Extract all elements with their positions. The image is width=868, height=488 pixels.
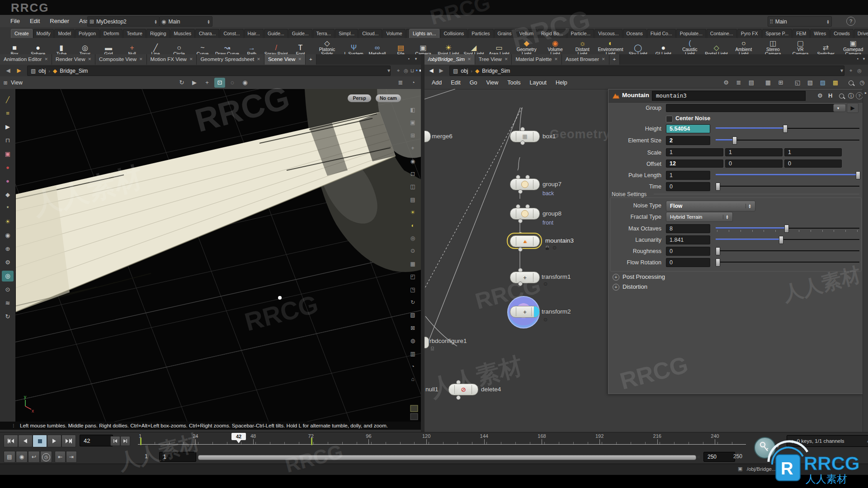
offset-x-field[interactable]: 12: [666, 160, 723, 168]
path-root[interactable]: obj: [38, 68, 46, 74]
tab-close-icon[interactable]: ✕: [602, 54, 605, 65]
element-size-slider[interactable]: [716, 136, 859, 144]
viewport-tool-icon[interactable]: ◎: [2, 271, 14, 282]
scale-x-field[interactable]: 1: [666, 148, 723, 156]
viewport-display-icon[interactable]: ◔: [408, 362, 418, 371]
offset-y-field[interactable]: 0: [725, 160, 783, 168]
lacunarity-field[interactable]: 1.841: [666, 235, 710, 244]
shelf-tab-fem[interactable]: FEM: [793, 29, 810, 38]
notes-icon[interactable]: ▧: [805, 78, 816, 88]
time-field[interactable]: 0: [666, 182, 710, 191]
lock-icon[interactable]: [430, 347, 434, 352]
viewport-display-icon[interactable]: ◐: [408, 221, 418, 230]
group-field[interactable]: [666, 104, 837, 112]
viewport-tool-icon[interactable]: ↻: [2, 311, 14, 322]
viewport-tool-icon[interactable]: ●: [2, 162, 14, 173]
scale-y-field[interactable]: 1: [725, 148, 783, 156]
viewport-tool-icon[interactable]: ▣: [2, 149, 14, 160]
shelf-tab-model[interactable]: Model: [54, 29, 75, 38]
pane-tab-material-palette[interactable]: Material Palette✕: [512, 54, 561, 65]
viewport-display-icon[interactable]: ⊞: [408, 131, 418, 140]
viewport-display-icon[interactable]: ▣: [408, 118, 418, 127]
color-palette-icon[interactable]: ▩: [830, 78, 841, 88]
viewport-tool-icon[interactable]: ≡: [2, 108, 14, 119]
path-node[interactable]: Bridge_Sim: [482, 68, 510, 74]
tab-close-icon[interactable]: ✕: [44, 54, 48, 65]
pane-menu-icon[interactable]: ▾: [860, 54, 868, 64]
param-scroll-strip[interactable]: ▸: [863, 89, 868, 432]
shelf-tab-modify[interactable]: Modify: [33, 29, 54, 38]
viewport-canvas[interactable]: y x Persp No cam ◧▣⊞+◉⊡◫▤☀◐◎⊙▦◰◳↻▧⊠◍▥◔⌂: [15, 89, 421, 422]
top-right-main-selector[interactable]: ⁞⁞ Main ▲▼: [768, 16, 832, 27]
shelf-tab-rigid-bo[interactable]: Rigid Bo...: [538, 29, 566, 38]
pane-grid-icon[interactable]: ⊞: [2, 78, 9, 88]
shelf-tab-vellum[interactable]: Vellum: [516, 29, 538, 38]
recent-clock-icon[interactable]: ◷: [857, 78, 868, 88]
shelf-tab-particle[interactable]: Particle...: [567, 29, 594, 38]
shelf-tab-drive-si[interactable]: Drive Si...: [854, 29, 868, 38]
menu-edit[interactable]: Edit: [25, 15, 45, 27]
range-start-button[interactable]: ⇤: [55, 451, 66, 463]
shelf-tab-collisions[interactable]: Collisions: [440, 29, 467, 38]
roughness-slider[interactable]: [716, 247, 859, 254]
pane-tab-render-view[interactable]: Render View✕: [52, 54, 95, 65]
noise-type-dropdown[interactable]: Flow ▲▼: [666, 201, 755, 211]
node-label[interactable]: transform2: [542, 308, 571, 315]
scene-path-field[interactable]: ▧ obj › ◆ Bridge_Sim: [27, 66, 391, 76]
element-size-field[interactable]: 2: [666, 136, 710, 145]
image-bg-icon[interactable]: ▨: [817, 78, 828, 88]
tab-close-icon[interactable]: ✕: [189, 54, 193, 65]
viewport-tool-icon[interactable]: ☀: [2, 216, 14, 227]
viewport-display-icon[interactable]: +: [408, 144, 418, 153]
viewport-display-icon[interactable]: ⊡: [408, 169, 418, 178]
list-icon[interactable]: ▤: [746, 78, 757, 88]
shelf-tab-wires[interactable]: Wires: [810, 29, 830, 38]
viewport-display-icon[interactable]: ▧: [408, 310, 418, 319]
shelf-tab-populate[interactable]: Populate...: [676, 29, 706, 38]
tab-close-icon[interactable]: ✕: [467, 54, 471, 65]
viewport-tool-icon[interactable]: ╱: [2, 94, 14, 105]
viewport-display-icon[interactable]: ☀: [408, 208, 418, 217]
persp-camera-pill[interactable]: Persp: [348, 94, 371, 102]
viewport-display-icon[interactable]: ◧: [408, 105, 418, 114]
help-icon[interactable]: ?: [856, 92, 863, 99]
range-end-field[interactable]: 250: [703, 452, 735, 462]
display-flag-icon[interactable]: ⊙: [543, 281, 547, 287]
tab-close-icon[interactable]: ✕: [139, 54, 143, 65]
node-label[interactable]: transform1: [542, 273, 571, 280]
shelf-tab-lights-an[interactable]: Lights an...: [409, 29, 439, 38]
no-cam-pill[interactable]: No cam: [376, 94, 401, 102]
network-menu-layout[interactable]: Layout: [525, 76, 552, 89]
tab-close-icon[interactable]: ✕: [298, 54, 302, 65]
spinner-icon[interactable]: ▲▼: [151, 19, 157, 24]
main-view-selector[interactable]: ◉ Main ▲▼: [159, 16, 212, 27]
center-noise-checkbox[interactable]: [666, 116, 673, 122]
expand-icon[interactable]: +: [613, 274, 619, 281]
time-slider[interactable]: [716, 183, 859, 190]
node-output-dot[interactable]: [518, 282, 523, 286]
viewport-tool-icon[interactable]: *: [2, 203, 14, 214]
shelf-tab-containe[interactable]: Containe...: [707, 29, 737, 38]
scale-z-field[interactable]: 1: [784, 148, 842, 156]
viewport-help-icon[interactable]: ◔: [408, 78, 419, 88]
viewport-tool-icon[interactable]: ●: [2, 176, 14, 187]
viewport-tool-icon[interactable]: ⊙: [2, 284, 14, 295]
shelf-tab-volume[interactable]: Volume: [382, 29, 406, 38]
brush-select-icon[interactable]: ◉: [240, 78, 250, 88]
node-label[interactable]: rbdconfigure1: [429, 338, 467, 344]
timeline-ruler[interactable]: 42 124487296120144168192216240: [0, 432, 750, 449]
menu-file[interactable]: File: [5, 15, 25, 27]
shelf-tab-hair[interactable]: Hair...: [244, 29, 264, 38]
lasso-select-icon[interactable]: ◌: [227, 78, 238, 88]
viewport-display-icon[interactable]: ◳: [408, 285, 418, 294]
group-dropdown-icon[interactable]: ▾: [833, 104, 846, 112]
viewport-tool-icon[interactable]: ⊓: [2, 135, 14, 146]
shelf-tab-oceans[interactable]: Oceans: [623, 29, 646, 38]
spinner-icon[interactable]: ▲▼: [824, 19, 830, 24]
shelf-tab-guide[interactable]: Guide...: [288, 29, 312, 38]
shelf-tab-sparse-p[interactable]: Sparse P...: [762, 29, 793, 38]
keyframe-options-button[interactable]: ▤: [4, 451, 15, 463]
desktop-selector[interactable]: ⊞ MyDesktop2 ▲▼: [87, 16, 160, 27]
auto-key-button[interactable]: [754, 437, 776, 459]
node-output-dot[interactable]: [518, 247, 523, 252]
